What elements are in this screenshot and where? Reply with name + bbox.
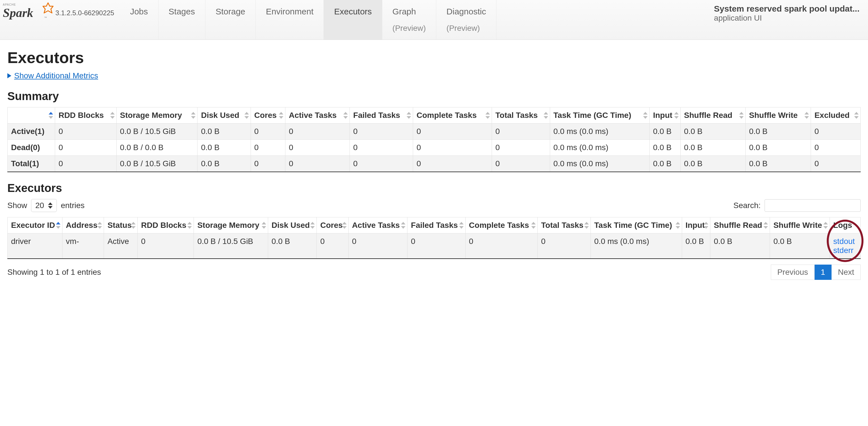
cell: 0: [492, 156, 550, 172]
cell: 0.0 B / 10.5 GiB: [116, 124, 197, 140]
sort-icon: [131, 222, 135, 229]
cell: 0: [538, 234, 591, 259]
table-row: Active(1)00.0 B / 10.5 GiB0.0 B000000.0 …: [8, 124, 861, 140]
tab-label: Graph: [393, 7, 416, 16]
exec-col-header[interactable]: Cores: [317, 217, 348, 234]
cell: 0.0 ms (0.0 ms): [550, 140, 650, 156]
cell: driver: [8, 234, 62, 259]
sort-icon: [854, 112, 859, 119]
exec-col-header[interactable]: Storage Memory: [194, 217, 268, 234]
cell: 0: [251, 140, 285, 156]
cell: 0: [413, 156, 492, 172]
cell: 0.0 B: [650, 140, 681, 156]
cell: 0: [492, 140, 550, 156]
sort-icon: [739, 112, 744, 119]
summary-col-header[interactable]: Complete Tasks: [413, 108, 492, 124]
tab-executors[interactable]: Executors: [324, 0, 382, 39]
sort-icon: [407, 112, 411, 119]
exec-col-header[interactable]: Status: [104, 217, 137, 234]
summary-col-header[interactable]: [8, 108, 55, 124]
exec-col-header[interactable]: Executor ID: [8, 217, 62, 234]
sort-icon: [343, 112, 348, 119]
cell: 0: [55, 140, 116, 156]
cell: 0.0 B: [197, 156, 251, 172]
cell: 0: [285, 140, 350, 156]
row-label: Dead(0): [8, 140, 55, 156]
stderr-link[interactable]: stderr: [833, 246, 857, 255]
page-1-button[interactable]: 1: [815, 265, 832, 280]
executors-heading: Executors: [7, 182, 861, 194]
exec-col-header[interactable]: Shuffle Write: [770, 217, 830, 234]
pager: Previous 1 Next: [771, 265, 861, 280]
exec-col-header[interactable]: Complete Tasks: [465, 217, 537, 234]
cell: 0: [811, 156, 861, 172]
next-button[interactable]: Next: [832, 265, 861, 280]
sort-icon: [97, 222, 102, 229]
cell: 0: [285, 124, 350, 140]
summary-col-header[interactable]: Total Tasks: [492, 108, 550, 124]
tab-label: Storage: [216, 7, 245, 16]
exec-col-header[interactable]: Input: [682, 217, 710, 234]
sort-icon: [531, 222, 536, 229]
summary-col-header[interactable]: Shuffle Write: [746, 108, 811, 124]
exec-col-header[interactable]: Failed Tasks: [407, 217, 465, 234]
cell: 0.0 B: [680, 124, 745, 140]
summary-col-header[interactable]: Excluded: [811, 108, 861, 124]
summary-col-header[interactable]: Task Time (GC Time): [550, 108, 650, 124]
cell: 0.0 B: [197, 124, 251, 140]
sort-icon: [676, 222, 680, 229]
cell: 0.0 ms (0.0 ms): [550, 156, 650, 172]
content: Executors Show Additional Metrics Summar…: [0, 40, 868, 288]
exec-col-header[interactable]: Address: [62, 217, 104, 234]
tab-label: Diagnostic: [446, 7, 486, 16]
cell: 0.0 B: [682, 234, 710, 259]
sort-icon: [401, 222, 405, 229]
search-input[interactable]: [765, 199, 861, 212]
summary-col-header[interactable]: Input: [650, 108, 681, 124]
exec-col-header[interactable]: RDD Blocks: [137, 217, 194, 234]
exec-col-header[interactable]: Total Tasks: [538, 217, 591, 234]
summary-heading: Summary: [7, 90, 861, 102]
sort-icon: [674, 112, 679, 119]
spark-logo: APACHE Spark ™: [3, 1, 54, 20]
summary-col-header[interactable]: RDD Blocks: [55, 108, 116, 124]
tab-jobs[interactable]: Jobs: [120, 0, 158, 39]
svg-marker-2: [43, 3, 53, 13]
sort-icon: [342, 222, 347, 229]
logo-block: APACHE Spark ™ 3.1.2.5.0-66290225: [0, 0, 120, 21]
cell: 0: [407, 234, 465, 259]
exec-col-header[interactable]: Disk Used: [268, 217, 317, 234]
cell: 0.0 B / 10.5 GiB: [194, 234, 268, 259]
tab-environment[interactable]: Environment: [256, 0, 324, 39]
stdout-link[interactable]: stdout: [833, 237, 857, 246]
cell: 0.0 B: [680, 156, 745, 172]
select-caret-icon: [48, 203, 53, 209]
tab-storage[interactable]: Storage: [206, 0, 256, 39]
summary-col-header[interactable]: Storage Memory: [116, 108, 197, 124]
exec-col-header[interactable]: Task Time (GC Time): [591, 217, 682, 234]
summary-col-header[interactable]: Cores: [251, 108, 285, 124]
prev-button[interactable]: Previous: [771, 265, 815, 280]
summary-table: RDD BlocksStorage MemoryDisk UsedCoresAc…: [7, 107, 861, 172]
entries-value: 20: [35, 201, 44, 210]
summary-col-header[interactable]: Disk Used: [197, 108, 251, 124]
exec-col-header[interactable]: Logs: [830, 217, 861, 234]
cell: 0.0 B: [197, 140, 251, 156]
cell: 0.0 B: [268, 234, 317, 259]
summary-col-header[interactable]: Failed Tasks: [350, 108, 413, 124]
show-suffix: entries: [61, 201, 85, 210]
tab-graph[interactable]: Graph (Preview): [382, 0, 436, 39]
sort-icon: [56, 222, 60, 229]
sort-icon: [643, 112, 648, 119]
summary-col-header[interactable]: Active Tasks: [285, 108, 350, 124]
sort-icon: [764, 222, 768, 229]
show-additional-metrics-toggle[interactable]: Show Additional Metrics: [7, 71, 98, 80]
toggle-label: Show Additional Metrics: [14, 71, 98, 80]
summary-col-header[interactable]: Shuffle Read: [680, 108, 745, 124]
tab-diagnostic[interactable]: Diagnostic (Preview): [436, 0, 496, 39]
svg-text:™: ™: [44, 16, 47, 19]
entries-select[interactable]: 20: [31, 199, 57, 212]
exec-col-header[interactable]: Active Tasks: [348, 217, 407, 234]
exec-col-header[interactable]: Shuffle Read: [710, 217, 770, 234]
tab-stages[interactable]: Stages: [158, 0, 206, 39]
